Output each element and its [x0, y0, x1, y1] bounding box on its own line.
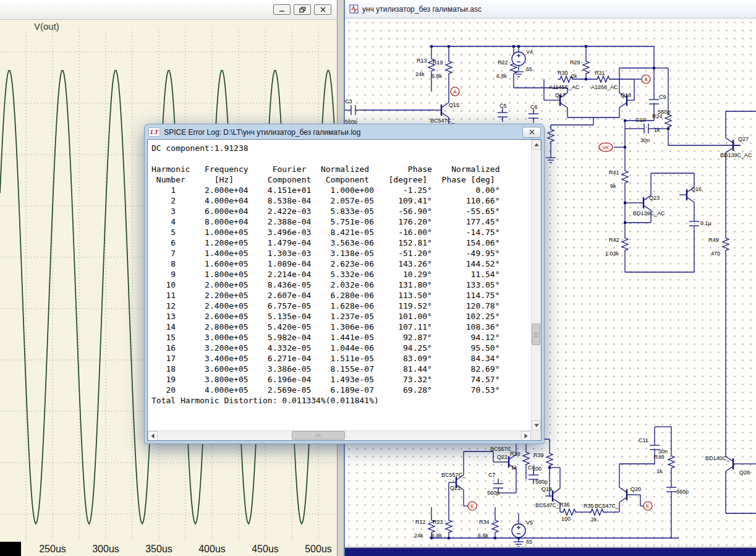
vertical-scrollbar[interactable] [531, 140, 541, 430]
scroll-left-arrow[interactable] [148, 431, 158, 441]
scroll-down-arrow[interactable] [532, 421, 541, 430]
transistor-symbol [726, 466, 733, 471]
ltspice-app: V(out) 250us300us350us400us450us500us ун… [0, 0, 756, 556]
component-label: R40 [654, 454, 665, 460]
junction-dot [448, 537, 450, 539]
window-controls [273, 4, 331, 15]
component-label: C10 [635, 117, 646, 123]
junction-dot [494, 537, 496, 539]
junction-dot [624, 146, 626, 148]
junction-dot [624, 221, 626, 224]
component-label: 660p [676, 489, 689, 495]
component-label: 2k [591, 516, 597, 523]
component-label: C3 [345, 98, 352, 105]
component-label: 0.1µ [700, 220, 711, 226]
transistor-symbol [619, 487, 627, 492]
component-label: 24k [415, 71, 425, 77]
component-label: 6.8k [478, 532, 489, 539]
component-label: R13 [417, 58, 427, 64]
component-label: 100 [561, 516, 571, 522]
component-label: R38 [510, 451, 520, 457]
component-label: Q22 [497, 454, 508, 460]
close-icon [529, 129, 535, 135]
component-label: R19 [433, 59, 443, 66]
component-label: Q15 [449, 102, 459, 108]
component-label: R41 [609, 169, 619, 176]
x-axis-label: 450us [244, 544, 287, 555]
component-label: 6.8k [496, 73, 508, 79]
component-label: V4 [526, 49, 533, 55]
waveform-titlebar[interactable] [0, 0, 337, 20]
x-axis-label: 500us [297, 544, 340, 555]
resistor-symbol [492, 518, 498, 534]
component-label: BC547C_ [430, 118, 455, 124]
transistor-symbol [643, 205, 651, 210]
x-axis-label: 250us [31, 544, 74, 555]
junction-dot [430, 45, 433, 48]
net-flag-label: E [646, 503, 649, 509]
junction-dot [624, 119, 626, 122]
x-axis-label: 300us [84, 544, 127, 555]
junction-dot [512, 45, 515, 48]
horizontal-scroll-thumb[interactable] [292, 431, 345, 440]
component-label: 1k [511, 464, 517, 471]
component-label: A1266_AC [591, 84, 618, 90]
minimize-icon [279, 7, 285, 12]
resistor-symbol [561, 509, 577, 515]
resistor-symbol [583, 59, 589, 75]
transistor-symbol [687, 197, 694, 202]
component-label: BD140C_ [705, 455, 730, 461]
component-label: R30 [558, 70, 568, 76]
restore-icon [299, 7, 306, 13]
restore-button[interactable] [294, 4, 311, 15]
close-button[interactable] [314, 4, 331, 15]
component-label: 1.03k [605, 250, 619, 257]
log-text: DC component:1.91238 Harmonic Frequency … [148, 140, 531, 430]
scrollbar-corner [531, 430, 541, 440]
vertical-scroll-track[interactable] [532, 150, 541, 421]
component-label: 6.8k [431, 73, 443, 79]
resistor-symbol [546, 451, 553, 468]
component-label: R39 [533, 452, 544, 458]
net-flag-label: E [470, 503, 474, 509]
resistor-symbol [595, 76, 611, 82]
net-flag-label: A [644, 77, 648, 82]
component-label: V5 [526, 520, 533, 526]
transistor-symbol [553, 489, 560, 494]
component-label: Q21 [450, 485, 461, 491]
resistor-symbol [723, 236, 729, 252]
component-label: Q23 [649, 195, 660, 201]
horizontal-scrollbar[interactable] [148, 430, 531, 440]
log-client-area: DC component:1.91238 Harmonic Frequency … [147, 139, 542, 441]
resistor-symbol [548, 127, 554, 143]
component-label: 65 [526, 66, 532, 72]
component-label: A1145C_AC [549, 84, 580, 90]
scroll-right-arrow[interactable] [521, 431, 531, 441]
up-triangle-icon [534, 143, 539, 147]
horizontal-scroll-track[interactable] [158, 431, 521, 440]
minimize-button[interactable] [273, 4, 291, 15]
component-label: 470 [711, 250, 720, 257]
schematic-title: унч утилизатор_без галиматьи.asc [362, 5, 482, 14]
resistor-symbol [446, 518, 452, 534]
resistor-symbol [446, 59, 452, 75]
resistor-symbol [622, 236, 628, 252]
log-titlebar[interactable]: LT SPICE Error Log: D:\LT\унч утилизатор… [145, 124, 544, 139]
x-axis-labels: 250us300us350us400us450us500us [0, 542, 338, 556]
junction-dot [585, 45, 587, 48]
component-label: BD139C_AC [720, 152, 752, 158]
vertical-scroll-thumb[interactable] [532, 323, 540, 345]
transistor-symbol [619, 103, 627, 108]
component-label: BC557C_ [441, 472, 466, 478]
component-label: BD139C_AC [633, 210, 665, 216]
ltspice-logo-icon: LT [148, 127, 160, 137]
component-label: 2k [571, 73, 577, 79]
scroll-up-arrow[interactable] [532, 140, 541, 150]
junction-dot [517, 45, 520, 48]
transistor-symbol [619, 497, 627, 502]
component-label: Q27 [738, 136, 749, 142]
log-close-button[interactable] [522, 127, 541, 138]
schematic-titlebar[interactable]: унч утилизатор_без галиматьи.asc [345, 0, 756, 19]
component-label: C11 [639, 437, 648, 443]
component-label: R31 [595, 70, 605, 76]
